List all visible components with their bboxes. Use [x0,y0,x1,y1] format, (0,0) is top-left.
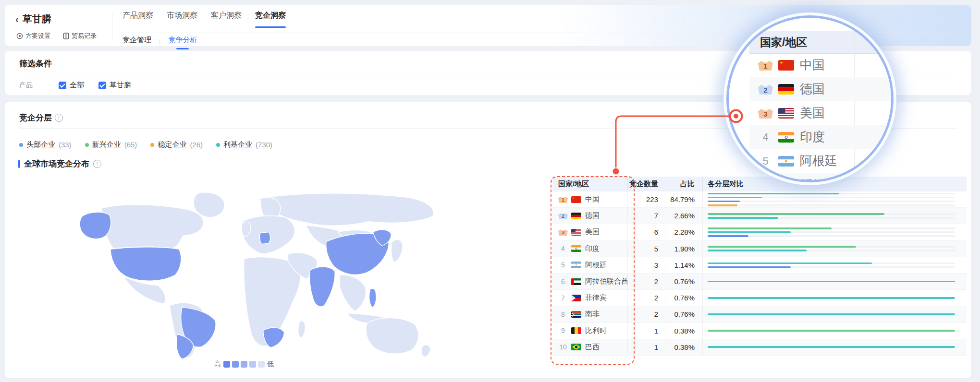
legend-item-稳定企业[interactable]: 稳定企业(26) [150,140,203,149]
table-row-us[interactable]: 3美国62.28% [552,224,967,240]
table-row-za[interactable]: 8南非20.76% [552,306,967,322]
country-cell: 2德国 [552,208,628,224]
table-row-cn[interactable]: 1中国22384.79% [552,191,967,208]
checkbox-全部[interactable]: 全部 [59,81,84,90]
table-row-ae[interactable]: 6阿拉伯联合酋长国20.76% [552,274,967,290]
percent-cell: 1.90% [665,241,703,257]
country-cell: 4印度 [552,241,628,257]
rank-2-medal-icon: 2 [758,84,773,95]
legend-color-swatch [249,361,256,368]
table-row-de[interactable]: 2德国72.66% [552,208,967,224]
tier-bars-cell [703,274,967,289]
legend-item-利基企业[interactable]: 利基企业(730) [216,140,272,149]
world-map-chart[interactable]: .ml{fill:#dce4f6;} .mh{fill:#7e9bf0;} [57,188,441,360]
tier-bar-track [708,281,955,283]
percent-cell: 84.79% [665,191,703,207]
info-icon[interactable]: ! [93,160,101,168]
legend-color-swatch [223,361,230,368]
percent-cell: 0.38% [665,323,703,339]
breadcrumb: ‹ 草甘膦 [15,12,51,25]
checkbox-草甘膦[interactable]: 草甘膦 [98,81,131,90]
table-row-ph[interactable]: 7菲律宾20.76% [552,290,967,306]
document-icon [63,33,69,39]
percent-cell: 2.66% [665,208,703,224]
tier-bar-track [708,266,955,268]
map-region-greenland [194,192,224,217]
legend-color-swatch [258,361,265,368]
rank-1-medal-icon: 1 [558,196,568,203]
subtab-竞企管理[interactable]: 竞企管理 [122,36,151,47]
competitor-count-cell: 223 [628,191,665,207]
tier-bar-track [708,197,955,199]
tier-bar-head [708,201,740,203]
competitor-count-cell: 3 [628,257,665,273]
checkbox-checked-icon[interactable] [59,82,66,89]
tier-bar-track [708,213,955,215]
tier-bar-niche [708,281,955,283]
rank-3-medal-icon: 3 [758,107,773,119]
tab-客户洞察[interactable]: 客户洞察 [211,11,242,27]
legend-low-label: 低 [267,360,274,369]
trade-records-button[interactable]: 贸易记录 [63,32,97,40]
magnifier-row-de: 2德国 [749,77,891,101]
tab-产品洞察[interactable]: 产品洞察 [122,11,153,27]
country-cell: 10巴西 [552,339,628,355]
magnifier-country-name: 美国 [800,105,825,121]
tier-bars-cell [703,290,967,306]
tab-竞企洞察[interactable]: 竞企洞察 [255,11,286,27]
magnifier-country-name: 阿根廷 [800,153,837,169]
target-icon [16,33,23,39]
tier-bar-track [708,231,955,233]
country-name: 美国 [585,227,600,237]
scheme-settings-button[interactable]: 方案设置 [16,32,50,40]
rank-number: 5 [758,155,773,167]
tier-bars-cell [703,224,967,240]
table-header-cell: 竞企数量 [628,177,665,191]
country-distribution-table: 国家/地区竞企数量占比各分层对比 1中国22384.79%2德国72.66%3美… [552,177,967,356]
tab-市场洞察[interactable]: 市场洞察 [167,11,197,27]
magnifier-country-name: 印度 [800,129,825,145]
tier-bars-cell [703,339,967,355]
country-cell: 3美国 [552,224,628,240]
subtab-separator: | [159,37,160,45]
map-country-germany [260,232,270,244]
legend-item-头部企业[interactable]: 头部企业(33) [19,140,72,149]
competitor-count-cell: 2 [628,274,665,289]
competitor-count-cell: 2 [628,290,665,306]
map-region-madagascar [298,321,306,338]
info-icon[interactable]: ! [55,114,63,122]
map-region-new-zealand [421,345,430,357]
legend-label: 稳定企业 [158,140,186,149]
tier-bar-track [708,250,955,251]
back-chevron-icon[interactable]: ‹ [15,14,19,24]
map-country-usa [110,247,181,281]
country-cell: 5阿根廷 [552,257,628,273]
legend-color-swatch [241,361,247,368]
legend-dot-icon [216,143,220,147]
distribution-section-title: 全球市场竞企分布 ! [18,158,101,169]
table-row-ar[interactable]: 5阿根廷31.14% [552,257,967,274]
tier-bars-cell [703,306,967,322]
tier-bars-cell [703,191,967,207]
section-accent-bar [18,160,20,168]
map-region-japan [391,239,403,263]
checkbox-checked-icon[interactable] [98,82,106,89]
table-row-in[interactable]: 4印度51.90% [552,241,967,257]
legend-count: (730) [256,141,272,149]
percent-cell: 0.76% [665,290,703,306]
flag-za-icon [571,311,581,318]
country-name: 阿拉伯联合酋长国 [585,277,628,286]
map-color-legend: 高 低 [214,360,274,369]
percent-cell: 2.28% [665,224,703,240]
table-row-br[interactable]: 10巴西10.38% [552,339,967,356]
table-header-cell: 各分层对比 [703,177,967,191]
product-filter-label: 产品 [19,81,59,90]
legend-count: (65) [124,141,137,149]
table-row-be[interactable]: 9比利时10.38% [552,323,967,339]
legend-high-label: 高 [214,360,221,369]
flag-in-icon [571,245,581,252]
subtab-竞争分析[interactable]: 竞争分析 [168,36,197,47]
tier-bar-stable [708,204,737,206]
header-vertical-divider [112,12,112,41]
legend-item-新兴企业[interactable]: 新兴企业(65) [85,140,137,149]
